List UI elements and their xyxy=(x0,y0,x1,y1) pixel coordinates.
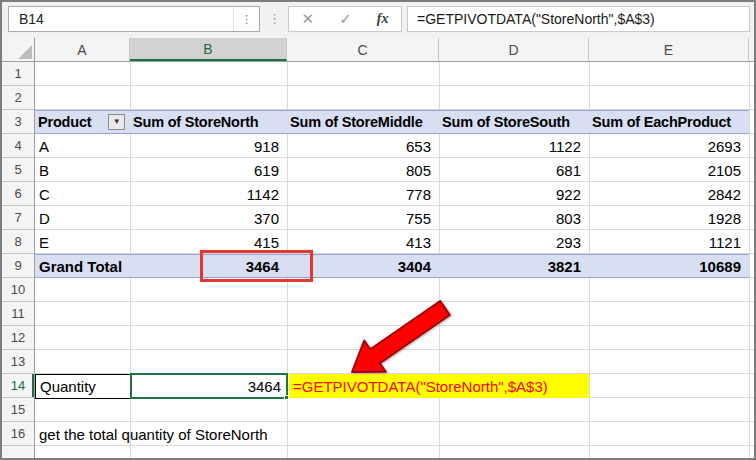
pivot-header-product-label: Product xyxy=(38,114,91,130)
pivot-cell[interactable]: 653 xyxy=(287,134,439,158)
row-header-5[interactable]: 5 xyxy=(2,158,34,182)
filter-caret-icon: ▼ xyxy=(113,118,121,126)
name-box[interactable]: B14 ⋮ xyxy=(8,6,260,32)
formula-buttons: ✕ ✓ fx xyxy=(288,6,402,32)
pivot-cell[interactable]: 1121 xyxy=(589,230,749,254)
row-header-14[interactable]: 14 xyxy=(2,374,34,398)
pivot-header-product: Product ▼ xyxy=(35,110,130,134)
row-header-13[interactable]: 13 xyxy=(2,350,34,374)
name-box-dropdown-icon[interactable]: ⋮ xyxy=(233,7,259,31)
row-header-7[interactable]: 7 xyxy=(2,206,34,230)
cell-a16-note[interactable]: get the total quantity of StoreNorth xyxy=(39,422,267,446)
pivot-cell[interactable]: C xyxy=(35,182,130,206)
pivot-cell[interactable]: 755 xyxy=(287,206,439,230)
annotation-red-box xyxy=(200,250,313,282)
pivot-row-b: B 619 805 681 2105 xyxy=(35,158,749,182)
pivot-cell[interactable]: 805 xyxy=(287,158,439,182)
row-header-4[interactable]: 4 xyxy=(2,134,34,158)
row-header-1[interactable]: 1 xyxy=(2,62,34,86)
select-all-corner[interactable] xyxy=(2,38,35,61)
pivot-row-e: E 415 413 293 1121 xyxy=(35,230,749,254)
row-header-11[interactable]: 11 xyxy=(2,302,34,326)
pivot-cell[interactable]: A xyxy=(35,134,130,158)
formula-input[interactable]: =GETPIVOTDATA("StoreNorth",$A$3) xyxy=(407,6,750,32)
grand-total-storesouth[interactable]: 3821 xyxy=(439,254,589,278)
sheet-grid[interactable]: Product ▼ Sum of StoreNorth Sum of Store… xyxy=(35,62,754,458)
grand-total-eachproduct[interactable]: 10689 xyxy=(589,254,749,278)
pivot-row-a: A 918 653 1122 2693 xyxy=(35,134,749,158)
pivot-header-eachproduct: Sum of EachProduct xyxy=(589,110,749,134)
cancel-icon[interactable]: ✕ xyxy=(302,10,315,28)
pivot-cell[interactable]: B xyxy=(35,158,130,182)
cell-a14-quantity-label[interactable]: Quantity xyxy=(35,374,131,399)
pivot-cell[interactable]: 1142 xyxy=(130,182,287,206)
row-header-12[interactable]: 12 xyxy=(2,326,34,350)
pivot-cell[interactable]: 1928 xyxy=(589,206,749,230)
filter-dropdown-button[interactable]: ▼ xyxy=(108,114,125,130)
enter-icon[interactable]: ✓ xyxy=(339,10,352,28)
pivot-cell[interactable]: 922 xyxy=(439,182,589,206)
pivot-header-storenorth: Sum of StoreNorth xyxy=(130,110,287,134)
cell-b14-selected[interactable]: 3464 xyxy=(130,373,288,399)
column-header-b[interactable]: B xyxy=(130,38,287,61)
row-headers: 1 2 3 4 5 6 7 8 9 10 11 12 13 14 15 16 xyxy=(2,62,35,458)
pivot-header-storemiddle: Sum of StoreMiddle xyxy=(287,110,439,134)
column-header-d[interactable]: D xyxy=(439,38,589,61)
corner-triangle-icon xyxy=(18,45,32,59)
pivot-cell[interactable]: 2842 xyxy=(589,182,749,206)
column-header-a[interactable]: A xyxy=(35,38,130,61)
formula-bar-strip: B14 ⋮ ⋮ ✕ ✓ fx =GETPIVOTDATA("StoreNorth… xyxy=(2,2,754,38)
pivot-cell[interactable]: 619 xyxy=(130,158,287,182)
resize-dots-icon[interactable]: ⋮ xyxy=(268,8,280,30)
gridline xyxy=(749,62,750,458)
pivot-cell[interactable]: 681 xyxy=(439,158,589,182)
name-box-value: B14 xyxy=(9,11,233,27)
pivot-cell[interactable]: 2105 xyxy=(589,158,749,182)
pivot-cell[interactable]: D xyxy=(35,206,130,230)
annotation-arrow-icon xyxy=(340,300,458,382)
row-header-10[interactable]: 10 xyxy=(2,278,34,302)
row-header-15[interactable]: 15 xyxy=(2,398,34,422)
pivot-header-storesouth: Sum of StoreSouth xyxy=(439,110,589,134)
row-header-8[interactable]: 8 xyxy=(2,230,34,254)
row-header-16[interactable]: 16 xyxy=(2,422,34,446)
pivot-cell[interactable]: 2693 xyxy=(589,134,749,158)
pivot-row-c: C 1142 778 922 2842 xyxy=(35,182,749,206)
pivot-cell[interactable]: 370 xyxy=(130,206,287,230)
pivot-grand-total-row: Grand Total 3464 3404 3821 10689 xyxy=(35,254,749,278)
pivot-cell[interactable]: 778 xyxy=(287,182,439,206)
grand-total-label[interactable]: Grand Total xyxy=(35,254,130,278)
pivot-table: Product ▼ Sum of StoreNorth Sum of Store… xyxy=(35,110,749,278)
cell-b14-value: 3464 xyxy=(248,378,281,395)
pivot-header-row: Product ▼ Sum of StoreNorth Sum of Store… xyxy=(35,110,749,134)
excel-window: B14 ⋮ ⋮ ✕ ✓ fx =GETPIVOTDATA("StoreNorth… xyxy=(0,0,756,460)
pivot-cell[interactable]: E xyxy=(35,230,130,254)
row-header-9[interactable]: 9 xyxy=(2,254,34,278)
column-header-e[interactable]: E xyxy=(589,38,749,61)
insert-function-icon[interactable]: fx xyxy=(377,11,389,27)
pivot-row-d: D 370 755 803 1928 xyxy=(35,206,749,230)
pivot-cell[interactable]: 918 xyxy=(130,134,287,158)
column-headers: A B C D E xyxy=(2,38,754,62)
row-header-3[interactable]: 3 xyxy=(2,110,34,134)
pivot-cell[interactable]: 293 xyxy=(439,230,589,254)
column-header-c[interactable]: C xyxy=(287,38,439,61)
row-header-6[interactable]: 6 xyxy=(2,182,34,206)
pivot-cell[interactable]: 803 xyxy=(439,206,589,230)
row-header-2[interactable]: 2 xyxy=(2,86,34,110)
pivot-cell[interactable]: 1122 xyxy=(439,134,589,158)
